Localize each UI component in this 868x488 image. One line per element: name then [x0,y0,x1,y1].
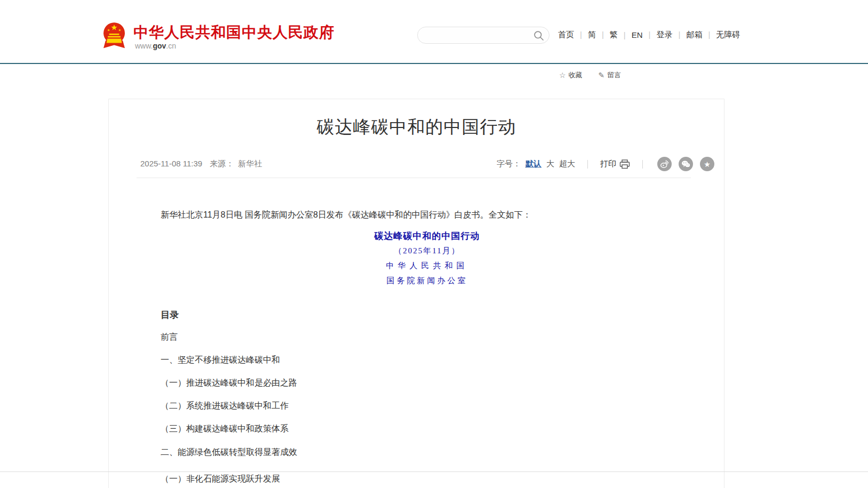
top-nav: 首页 简 繁 EN 登录 邮箱 无障碍 [558,30,740,40]
printer-icon [619,159,630,169]
lead-paragraph: 新华社北京11月8日电 国务院新闻办公室8日发布《碳达峰碳中和的中国行动》白皮书… [161,209,705,221]
pencil-icon: ✎ [599,71,605,79]
fontsize-large-button[interactable]: 大 [546,159,554,169]
article-card: 碳达峰碳中和的中国行动 2025-11-08 11:39 来源： 新华社 字号：… [108,99,724,488]
toc-item-section1-2: （二）系统推进碳达峰碳中和工作 [161,401,289,412]
toolbar-divider [587,160,588,169]
doc-title: 碳达峰碳中和的中国行动 [152,230,703,242]
nav-item-english[interactable]: EN [618,30,643,39]
star-share-icon: ★ [704,161,711,168]
nav-item-traditional[interactable]: 繁 [596,30,618,40]
toc-item-section2: 二、能源绿色低碳转型取得显著成效 [161,447,297,458]
article-date: 2025-11-08 11:39 [140,159,202,169]
viewport-bottom-divider [0,471,868,472]
fontsize-label: 字号： [497,159,521,169]
comment-label: 留言 [607,70,621,80]
site-header: 中华人民共和国中央人民政府 www.gov.cn 首页 简 繁 EN 登录 邮箱… [0,0,868,63]
header-divider [0,63,868,64]
nav-item-home[interactable]: 首页 [558,30,574,40]
comment-button[interactable]: ✎ 留言 [599,70,622,80]
print-button[interactable]: 打印 [600,159,630,169]
article-source: 新华社 [238,159,262,169]
print-label: 打印 [600,159,616,169]
doc-date: （2025年11月） [152,246,703,256]
article-actions: ☆ 收藏 ✎ 留言 [559,70,621,80]
nav-item-mail[interactable]: 邮箱 [672,30,702,40]
home-logo-link[interactable]: 中华人民共和国中央人民政府 www.gov.cn [101,20,352,52]
article-toolbar: 字号： 默认 大 超大 打印 [497,157,714,171]
site-title: 中华人民共和国中央人民政府 [133,22,335,43]
share-more-button[interactable]: ★ [700,157,714,171]
site-url-suffix: .cn [166,42,176,50]
article-title: 碳达峰碳中和的中国行动 [109,115,724,139]
nav-item-login[interactable]: 登录 [643,30,673,40]
toc-item-section1-3: （三）构建碳达峰碳中和政策体系 [161,423,289,435]
search-input[interactable] [425,27,529,43]
national-emblem-icon [101,21,127,50]
fontsize-xlarge-button[interactable]: 超大 [559,159,575,169]
weibo-icon [660,159,669,169]
share-wechat-button[interactable] [679,157,693,171]
nav-item-simplified[interactable]: 简 [574,30,596,40]
favorite-label: 收藏 [569,70,583,80]
site-url: www.gov.cn [135,42,176,50]
site-url-gov: gov [153,42,166,50]
doc-author-line1: 中华人民共和国 [152,261,703,271]
meta-divider [137,178,691,178]
doc-author-line2: 国务院新闻办公室 [152,276,703,286]
toc-heading: 目录 [161,309,179,321]
toc-item-section1: 一、坚定不移推进碳达峰碳中和 [161,355,280,366]
source-label: 来源： [210,159,234,169]
site-url-prefix: www. [135,42,153,50]
nav-item-accessibility[interactable]: 无障碍 [702,30,740,40]
fontsize-default-button[interactable]: 默认 [525,159,541,169]
toc-item-section2-1: （一）非化石能源实现跃升发展 [161,474,280,485]
toolbar-divider [642,160,643,169]
wechat-icon [681,159,690,169]
favorite-button[interactable]: ☆ 收藏 [559,70,583,80]
search-icon[interactable] [533,30,544,41]
article-meta: 2025-11-08 11:39 来源： 新华社 [140,159,262,169]
page: 中华人民共和国中央人民政府 www.gov.cn 首页 简 繁 EN 登录 邮箱… [0,0,868,488]
star-outline-icon: ☆ [559,71,566,79]
toc-item-preface: 前言 [161,332,178,343]
search-box [417,27,550,44]
toc-item-section1-1: （一）推进碳达峰碳中和是必由之路 [161,378,297,389]
share-weibo-button[interactable] [657,157,672,171]
